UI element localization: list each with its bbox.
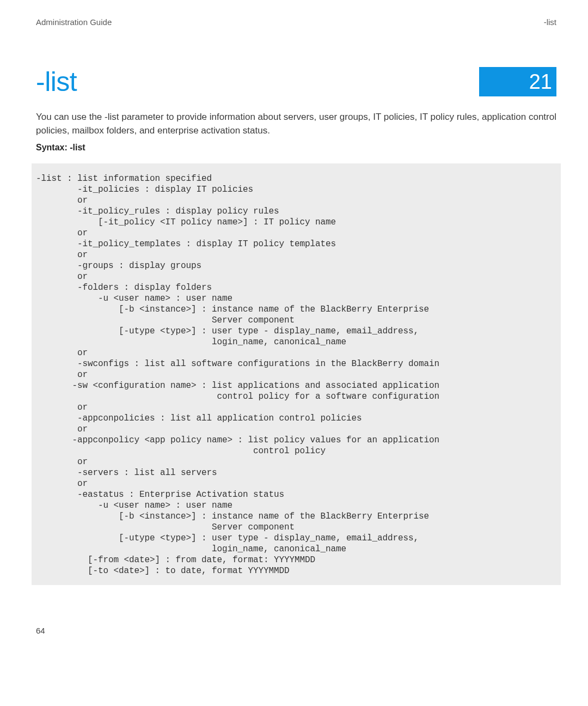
syntax-value: -list <box>68 143 85 152</box>
title-row: -list 21 <box>36 66 556 98</box>
syntax-label: Syntax: -list <box>36 143 556 153</box>
header-right: -list <box>544 17 556 27</box>
document-page: Administration Guide -list -list 21 You … <box>0 0 588 585</box>
code-block: -list : list information specified -it_p… <box>32 163 561 585</box>
syntax-prefix: Syntax: <box>36 143 68 152</box>
page-number: 64 <box>36 626 45 635</box>
chapter-number-badge: 21 <box>479 67 556 96</box>
page-header: Administration Guide -list <box>36 17 556 27</box>
page-title: -list <box>36 66 77 98</box>
header-left: Administration Guide <box>36 17 112 27</box>
intro-paragraph: You can use the -list parameter to provi… <box>36 111 556 137</box>
